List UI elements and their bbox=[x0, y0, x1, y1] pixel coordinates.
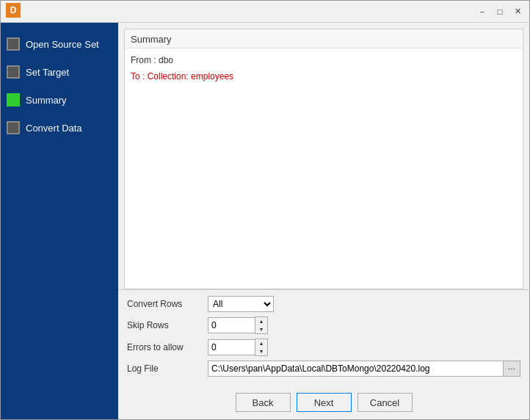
summary-panel-header: Summary bbox=[125, 29, 523, 48]
skip-rows-up-button[interactable]: ▲ bbox=[255, 317, 267, 325]
skip-rows-spinner-btns: ▲ ▼ bbox=[255, 316, 268, 334]
sidebar-item-label-summary: Summary bbox=[26, 95, 67, 106]
sidebar-item-label-open-source: Open Source Set bbox=[26, 39, 99, 50]
right-panel: Summary From : dbo To : Collection: empl… bbox=[118, 23, 529, 419]
minimize-button[interactable]: − bbox=[475, 4, 490, 19]
back-button[interactable]: Back bbox=[236, 393, 291, 412]
app-icon: D bbox=[6, 3, 21, 18]
errors-to-allow-up-button[interactable]: ▲ bbox=[255, 339, 267, 347]
summary-panel: Summary From : dbo To : Collection: empl… bbox=[124, 29, 523, 289]
log-file-row: Log File ⋯ bbox=[127, 361, 520, 377]
step-indicator-set-target bbox=[7, 65, 20, 79]
browse-button[interactable]: ⋯ bbox=[503, 361, 520, 377]
summary-content: From : dbo To : Collection: employees bbox=[125, 48, 523, 89]
log-file-input[interactable] bbox=[208, 361, 503, 377]
skip-rows-input[interactable] bbox=[208, 317, 255, 333]
main-content: Open Source Set Set Target Summary Conve… bbox=[1, 23, 529, 419]
errors-to-allow-label: Errors to allow bbox=[127, 342, 208, 352]
errors-to-allow-spinner: ▲ ▼ bbox=[208, 338, 268, 356]
skip-rows-row: Skip Rows ▲ ▼ bbox=[127, 316, 520, 334]
main-window: D − □ ✕ Open Source Set Set Target Summa… bbox=[0, 0, 530, 420]
sidebar-item-label-set-target: Set Target bbox=[26, 67, 69, 78]
step-indicator-open-source bbox=[7, 37, 20, 51]
errors-to-allow-row: Errors to allow ▲ ▼ bbox=[127, 338, 520, 356]
skip-rows-down-button[interactable]: ▼ bbox=[255, 325, 267, 333]
sidebar: Open Source Set Set Target Summary Conve… bbox=[1, 23, 118, 419]
skip-rows-label: Skip Rows bbox=[127, 320, 208, 330]
log-file-label: Log File bbox=[127, 363, 208, 374]
sidebar-item-set-target[interactable]: Set Target bbox=[1, 58, 118, 86]
step-indicator-summary bbox=[7, 93, 20, 106]
summary-from: From : dbo bbox=[131, 53, 517, 69]
step-indicator-convert-data bbox=[7, 121, 20, 134]
maximize-button[interactable]: □ bbox=[493, 4, 507, 19]
errors-to-allow-input[interactable] bbox=[208, 339, 255, 355]
title-bar-controls: − □ ✕ bbox=[475, 4, 525, 19]
button-row: Back Next Cancel bbox=[118, 387, 529, 419]
title-bar: D − □ ✕ bbox=[1, 1, 529, 23]
sidebar-item-label-convert-data: Convert Data bbox=[26, 123, 82, 134]
sidebar-item-summary[interactable]: Summary bbox=[1, 86, 118, 114]
close-button[interactable]: ✕ bbox=[510, 4, 525, 19]
next-button[interactable]: Next bbox=[297, 393, 352, 412]
errors-to-allow-spinner-btns: ▲ ▼ bbox=[255, 338, 268, 356]
cancel-button[interactable]: Cancel bbox=[357, 393, 413, 412]
convert-rows-select[interactable]: All Custom bbox=[208, 296, 274, 312]
sidebar-item-open-source[interactable]: Open Source Set bbox=[1, 30, 118, 58]
skip-rows-spinner: ▲ ▼ bbox=[208, 316, 268, 334]
sidebar-item-convert-data[interactable]: Convert Data bbox=[1, 114, 118, 142]
errors-to-allow-down-button[interactable]: ▼ bbox=[255, 347, 267, 355]
form-area: Convert Rows All Custom Skip Rows ▲ ▼ bbox=[118, 289, 529, 387]
convert-rows-row: Convert Rows All Custom bbox=[127, 296, 520, 312]
summary-title: Summary bbox=[131, 34, 172, 45]
summary-to: To : Collection: employees bbox=[131, 69, 517, 85]
convert-rows-label: Convert Rows bbox=[127, 299, 208, 309]
browse-icon: ⋯ bbox=[508, 365, 515, 373]
